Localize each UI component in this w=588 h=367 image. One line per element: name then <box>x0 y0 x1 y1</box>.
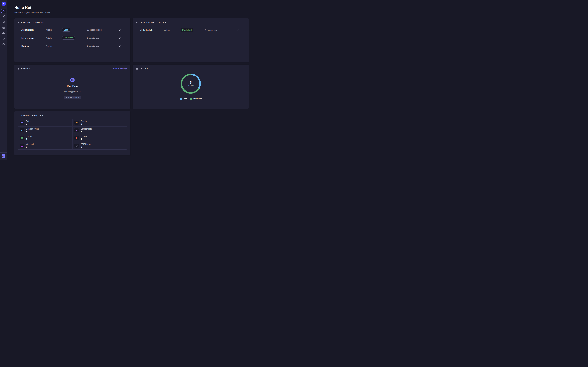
entry-type: Article <box>46 37 62 39</box>
card-title: ENTRIES <box>140 68 148 70</box>
entry-name: A draft article <box>21 29 46 31</box>
page-subtitle: Welcome to your administration panel <box>14 11 249 14</box>
project-statistics-card: PROJECT STATISTICS Entries 3 <box>14 111 130 155</box>
stat-value: 2 <box>81 146 90 148</box>
last-published-header: LAST PUBLISHED ENTRIES <box>136 21 245 24</box>
edit-entry-button[interactable] <box>117 45 123 47</box>
stat-admins: Admins 1 <box>72 134 127 142</box>
table-row[interactable]: Kai Doe Author - 1 minute ago <box>18 42 127 50</box>
stat-label: Entries <box>26 120 32 122</box>
entry-type: Article <box>164 29 181 31</box>
page-title: Hello Kai <box>14 5 249 10</box>
sidebar-item-content-manager[interactable] <box>1 14 6 19</box>
entry-name: My first article <box>21 37 46 39</box>
stat-webhooks: Webhooks 0 <box>18 142 72 150</box>
pencil-icon <box>119 37 121 39</box>
card-title: LAST EDITED ENTRIES <box>21 22 44 24</box>
last-published-entries-card: LAST PUBLISHED ENTRIES My first article … <box>133 18 249 62</box>
donut-chart: 3 entries <box>180 73 201 94</box>
pencil-icon <box>119 29 121 31</box>
profile-body: KD Kai Doe kai.doe@strapi.io SUPER ADMIN <box>18 70 127 99</box>
entry-type: Article <box>46 29 62 31</box>
draft-swatch <box>180 98 182 100</box>
sidebar-item-home[interactable] <box>1 9 6 13</box>
status-badge: Published <box>62 36 75 40</box>
entry-type: Author <box>46 45 62 47</box>
profile-name: Kai Doe <box>67 85 78 88</box>
last-published-table: My first article Article Published 1 min… <box>136 26 245 34</box>
gear-icon <box>2 43 5 45</box>
last-edited-table: A draft article Article Draft 20 seconds… <box>18 26 127 50</box>
published-swatch <box>190 98 192 100</box>
sidebar-item-settings[interactable] <box>1 42 6 47</box>
main-content: Hello Kai Welcome to your administration… <box>7 0 256 160</box>
sidebar-nav <box>1 9 6 47</box>
card-title: PROFILE <box>21 68 30 70</box>
stat-label: Locales <box>26 135 33 138</box>
entry-name: Kai Doe <box>21 45 46 47</box>
stat-content-types: Content-Types 6 <box>18 126 72 134</box>
stat-api-tokens: API Tokens 2 <box>72 142 127 150</box>
entry-name: My first article <box>140 29 164 31</box>
edit-entry-button[interactable] <box>117 29 123 31</box>
person-icon <box>76 137 78 139</box>
legend-label: Draft <box>183 98 187 100</box>
sidebar-item-deploy[interactable] <box>1 31 6 35</box>
legend-item-published: Published <box>190 98 202 100</box>
edit-entry-button[interactable] <box>235 29 242 31</box>
person-icon <box>18 68 20 70</box>
strapi-logo-icon <box>2 2 6 6</box>
file-icon <box>21 121 23 124</box>
donut-total-label: entries <box>188 85 194 87</box>
status-badge: Draft <box>62 28 70 32</box>
images-icon <box>76 121 78 124</box>
card-title: PROJECT STATISTICS <box>21 114 43 116</box>
globe-icon <box>21 137 23 139</box>
stat-components: Components 1 <box>72 126 127 134</box>
stat-assets: Assets 0 <box>72 119 127 126</box>
stat-label: API Tokens <box>81 143 90 145</box>
stat-value: 6 <box>26 130 39 133</box>
strapi-logo[interactable] <box>2 2 6 6</box>
avatar: KD <box>70 78 75 82</box>
stat-label: Admins <box>81 135 87 138</box>
feather-icon <box>2 15 5 18</box>
profile-card: PROFILE Profile settings KD Kai Doe kai.… <box>14 65 130 109</box>
sidebar-item-marketplace[interactable] <box>1 36 6 41</box>
legend-label: Published <box>193 98 202 100</box>
stat-value: 0 <box>81 123 86 125</box>
dashboard-grid: LAST EDITED ENTRIES A draft article Arti… <box>14 18 249 155</box>
stat-value: 3 <box>26 123 32 125</box>
entry-time: 1 minute ago <box>87 45 117 47</box>
table-row[interactable]: A draft article Article Draft 20 seconds… <box>18 26 127 34</box>
user-avatar[interactable]: KD <box>2 154 5 158</box>
cloud-icon <box>2 32 5 34</box>
card-title: LAST PUBLISHED ENTRIES <box>140 22 167 24</box>
status-badge: - <box>62 45 63 47</box>
profile-settings-link[interactable]: Profile settings <box>113 67 127 70</box>
entry-time: 1 minute ago <box>87 37 117 39</box>
stat-label: Assets <box>81 120 86 122</box>
webhook-icon <box>21 144 23 147</box>
home-icon <box>2 10 5 12</box>
sidebar-item-media-library[interactable] <box>1 20 6 24</box>
sidebar-item-content-type-builder[interactable] <box>1 25 6 30</box>
entry-time: 1 minute ago <box>205 29 235 31</box>
stat-value: 0 <box>26 146 35 148</box>
profile-header: PROFILE Profile settings <box>18 67 127 70</box>
table-row[interactable]: My first article Article Published 1 min… <box>136 26 245 34</box>
stat-value: 1 <box>81 138 87 141</box>
status-badge: Published <box>181 28 193 32</box>
edit-entry-button[interactable] <box>117 37 123 39</box>
table-row[interactable]: My first article Article Published 1 min… <box>18 34 127 42</box>
legend-item-draft: Draft <box>180 98 187 100</box>
stat-locales: Locales 1 <box>18 134 72 142</box>
stat-entries: Entries 3 <box>18 119 72 126</box>
images-icon <box>2 21 5 23</box>
sidebar: KD <box>0 0 7 160</box>
chart-legend: Draft Published <box>180 98 202 100</box>
stat-label: Webhooks <box>26 143 35 145</box>
nodes-icon <box>76 129 78 132</box>
stat-value: 1 <box>26 138 33 141</box>
entry-time: 20 seconds ago <box>87 29 117 31</box>
